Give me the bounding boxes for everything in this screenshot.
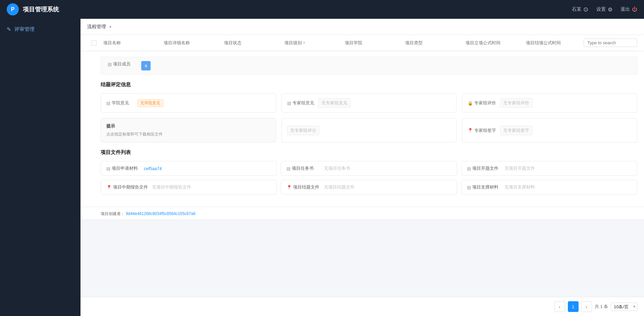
header-left: P 项目管理系统 <box>7 3 59 15</box>
page-number: 1 <box>572 304 574 309</box>
file-icon-4: 📍 <box>286 185 292 190</box>
file-icon-0: ▤ <box>106 166 110 171</box>
page-1-button[interactable]: 1 <box>568 301 579 312</box>
conclusion-section: 结题评定信息 ▤ 学院意见 无学院意见 ▤ <box>101 82 637 143</box>
file-link-0[interactable]: cef5aa74 <box>144 166 162 171</box>
file-empty-2: 无项目开题文件 <box>504 165 535 171</box>
footer-row: 项目创建者： 9d44e461268c8034f5c8564c155c67a6 <box>80 207 644 220</box>
breadcrumb-label: 流程管理 <box>87 24 106 30</box>
chevron-down-icon: ▾ <box>109 24 111 29</box>
col-header-detail: 项目详细名称 <box>161 40 221 46</box>
file-label-4: 📍 项目结题文件 <box>286 184 320 190</box>
col-header-college: 项目学院 <box>342 40 402 46</box>
expert-eval-value: 无专家组评价 <box>500 98 532 108</box>
edit-icon: ✎ <box>7 26 11 33</box>
logout-button[interactable]: 退出 ⏻ <box>621 6 637 12</box>
expert-opinion-label: ▤ 专家组意见 <box>287 100 314 106</box>
file-empty-4: 无项目结题文件 <box>324 184 355 190</box>
col-header-end: 项目结项公式时间 <box>523 40 584 46</box>
conclusion-cards-row1: ▤ 学院意见 无学院意见 ▤ 专家组意见 无专家组意见 <box>101 93 637 113</box>
col-header-start: 项目立项公式时间 <box>463 40 523 46</box>
expert-signature-card: 📍 专家组签字 无专家组签字 <box>462 118 637 143</box>
next-page-button[interactable]: › <box>581 301 592 312</box>
prev-page-button[interactable]: ‹ <box>554 301 565 312</box>
members-section: ▤ 项目成员 s <box>101 57 637 75</box>
sort-icon: ▾ <box>303 41 305 45</box>
college-opinion-card: ▤ 学院意见 无学院意见 <box>101 93 276 113</box>
creator-value[interactable]: 9d44e461268c8034f5c8564c155c67a6 <box>126 211 196 216</box>
checkbox-all[interactable] <box>91 40 97 46</box>
col-search <box>584 39 637 47</box>
settings-label: 设置 <box>596 6 606 12</box>
file-card-5: ▤ 项目支撑材料 无项目支撑材料 <box>461 180 637 195</box>
file-card-1: ▤ 项目任务书 无项目任务书 <box>281 161 457 176</box>
table-column-headers: 项目名称 项目详细名称 项目状态 项目级别 ▾ 项目学院 项目类型 <box>87 35 637 51</box>
creator-label: 项目创建者： <box>101 211 125 216</box>
breadcrumb[interactable]: 流程管理 ▾ <box>87 24 111 30</box>
expert-opinion-card: ▤ 专家组意见 无专家组意见 <box>281 93 457 113</box>
sidebar-item-review[interactable]: ✎ 评审管理 <box>0 22 80 37</box>
logout-label: 退出 <box>621 6 630 12</box>
hint-box: 提示 点击指定标签即可下载相应文件 <box>101 118 276 143</box>
sidebar: ✎ 评审管理 <box>0 19 80 316</box>
college-opinion-label: ▤ 学院意见 <box>106 100 133 106</box>
file-icon-3: 📍 <box>106 185 112 190</box>
members-label: ▤ 项目成员 <box>108 61 135 67</box>
conclusion-title: 结题评定信息 <box>101 82 637 88</box>
user-menu[interactable]: 石某 ⊙ <box>572 6 588 13</box>
next-icon: › <box>586 304 587 309</box>
col-header-name: 项目名称 <box>101 40 161 46</box>
file-empty-1: 无项目任务书 <box>324 165 350 171</box>
conclusion-row2: 提示 点击指定标签即可下载相应文件 无专家组评分 📍 专家组签字 无专家组签字 <box>101 118 637 143</box>
app-logo: P <box>7 3 19 15</box>
expert-score-value: 无专家组评分 <box>287 126 319 135</box>
files-title: 项目文件列表 <box>101 149 637 156</box>
file-empty-5: 无项目支撑材料 <box>504 184 535 190</box>
expert-eval-card: 🔒 专家组评价 无专家组评价 <box>462 93 637 113</box>
pin-icon: 📍 <box>468 128 473 133</box>
lock-icon: 🔒 <box>468 101 473 106</box>
sidebar-item-label: 评审管理 <box>14 26 35 33</box>
table-header-area: 项目名称 项目详细名称 项目状态 项目级别 ▾ 项目学院 项目类型 <box>80 35 644 51</box>
col-header-level[interactable]: 项目级别 ▾ <box>282 40 342 46</box>
expanded-row-content: ▤ 项目成员 s 结题评定信息 ▤ 学院意见 <box>80 51 644 207</box>
file-label-3: 📍 项目中期报告文件 <box>106 184 148 190</box>
files-grid: ▤ 项目申请材料 cef5aa74 ▤ 项目任务书 无项目任务书 <box>101 161 637 195</box>
files-section: 项目文件列表 ▤ 项目申请材料 cef5aa74 ▤ <box>101 149 637 195</box>
file-label-0: ▤ 项目申请材料 <box>106 165 140 171</box>
pagination-bar: ‹ 1 › 共 1 条 10条/页 20条/页 50条/页 <box>80 297 644 316</box>
doc-icon2: ▤ <box>287 101 291 106</box>
user-label: 石某 <box>572 6 581 12</box>
file-card-2: ▤ 项目开题文件 无项目开题文件 <box>461 161 637 176</box>
file-label-2: ▤ 项目开题文件 <box>467 165 500 171</box>
file-icon-1: ▤ <box>286 166 290 171</box>
file-icon-2: ▤ <box>467 166 471 171</box>
file-empty-3: 无项目中期报告文件 <box>152 184 191 190</box>
search-input[interactable] <box>584 39 637 47</box>
page-size-wrapper: 10条/页 20条/页 50条/页 <box>611 303 637 311</box>
gear-icon: ⚙ <box>608 6 612 13</box>
file-icon-5: ▤ <box>467 185 471 190</box>
members-icon: ▤ <box>108 62 112 67</box>
prev-icon: ‹ <box>559 304 560 309</box>
file-label-1: ▤ 项目任务书 <box>286 165 320 171</box>
total-info: 共 1 条 <box>595 304 608 310</box>
col-header-status: 项目状态 <box>221 40 282 46</box>
app-title: 项目管理系统 <box>23 5 59 13</box>
user-icon: ⊙ <box>583 6 588 13</box>
spacer <box>80 220 644 297</box>
expert-eval-label: 🔒 专家组评价 <box>468 100 496 106</box>
main-content: 流程管理 ▾ 项目名称 项目详细名称 项目状态 项目级别 <box>80 19 644 316</box>
college-opinion-value: 无学院意见 <box>137 99 163 107</box>
file-card-0: ▤ 项目申请材料 cef5aa74 <box>101 161 277 176</box>
select-all-checkbox[interactable] <box>87 40 101 46</box>
file-card-3: 📍 项目中期报告文件 无项目中期报告文件 <box>101 180 277 195</box>
settings-button[interactable]: 设置 ⚙ <box>596 6 612 13</box>
page-size-select[interactable]: 10条/页 20条/页 50条/页 <box>611 303 637 311</box>
expert-signature-value: 无专家组签字 <box>500 126 532 135</box>
file-label-5: ▤ 项目支撑材料 <box>467 184 500 190</box>
header: P 项目管理系统 石某 ⊙ 设置 ⚙ 退出 ⏻ <box>0 0 644 19</box>
col-header-type: 项目类型 <box>402 40 463 46</box>
layout: ✎ 评审管理 流程管理 ▾ 项目名称 项目详细名称 <box>0 19 644 316</box>
expert-opinion-value: 无专家组意见 <box>318 98 351 108</box>
